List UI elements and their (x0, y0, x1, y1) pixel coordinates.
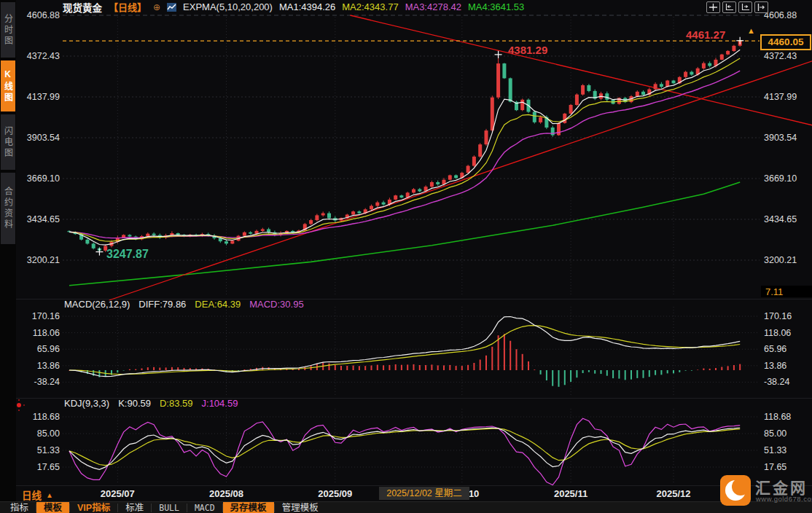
svg-text:4137.99: 4137.99 (764, 92, 797, 102)
ma3-value: MA3:4278.42 (405, 1, 461, 12)
kdj-j-value: J:104.59 (202, 398, 238, 409)
add-overlay-icon[interactable]: ⊕ (153, 2, 160, 12)
svg-text:3434.65: 3434.65 (764, 214, 797, 224)
low-price-label: 3247.87 (106, 248, 149, 261)
ma4-value: MA4:3641.53 (468, 1, 524, 12)
indicator-name[interactable]: EXPMA(5,10,20,200) (183, 1, 273, 12)
period-selector[interactable]: 日线 ▲ (22, 487, 53, 502)
svg-text:4606.88: 4606.88 (764, 10, 797, 20)
tab-vip-indicators[interactable]: VIP指标 (70, 502, 117, 513)
kdj-layer (69, 418, 740, 485)
crosshair-date-tooltip: 2025/12/02 星期二 (379, 487, 469, 500)
tab-save-template[interactable]: 另存模板 (223, 502, 274, 513)
candlestick-layer (68, 41, 742, 252)
svg-text:118.06: 118.06 (33, 328, 60, 338)
svg-text:85.00: 85.00 (764, 428, 786, 439)
svg-text:51.33: 51.33 (37, 445, 60, 455)
svg-text:2025/11: 2025/11 (554, 488, 587, 499)
svg-text:17.65: 17.65 (37, 462, 60, 472)
tab-macd[interactable]: MACD (187, 502, 222, 513)
svg-text:170.16: 170.16 (764, 311, 792, 321)
tab-standard[interactable]: 标准 (118, 502, 151, 513)
last-price-box: 4460.05 (760, 34, 811, 50)
ema-layer (69, 50, 740, 245)
axis-zoom-out-icon[interactable] (722, 1, 736, 13)
tab-indicators[interactable]: 指标 (3, 502, 36, 513)
svg-text:2025/09: 2025/09 (318, 488, 352, 499)
period-selector-label: 日线 (22, 487, 42, 502)
sidebar-item-timeshare[interactable]: 分时图 (1, 2, 15, 58)
chart-header: 现货黄金 【日线】 ⊕ EXPMA(5,10,20,200) MA1:4394.… (63, 0, 524, 14)
svg-text:-38.24: -38.24 (34, 377, 60, 387)
kdj-panel-header: KDJ(9,3,3) K:90.59 D:83.59 J:104.59 (64, 398, 238, 409)
svg-text:4372.43: 4372.43 (27, 51, 60, 61)
svg-text:85.00: 85.00 (37, 428, 60, 439)
ma1-value: MA1:4394.26 (279, 1, 335, 12)
svg-text:3903.54: 3903.54 (764, 133, 797, 143)
svg-text:118.06: 118.06 (764, 328, 791, 338)
bottom-toolbar: 指标 模板 VIP指标 标准 BULL MACD 另存模板 管理模板 (0, 501, 812, 513)
svg-text:2025/08: 2025/08 (209, 488, 243, 499)
new-high-arrow-icon: ▲ (747, 26, 755, 35)
macd-dea-value: DEA:64.39 (195, 299, 241, 310)
svg-text:2025/07: 2025/07 (101, 488, 135, 499)
tab-manage-templates[interactable]: 管理模板 (275, 502, 326, 513)
period-tag[interactable]: 【日线】 (109, 0, 147, 14)
svg-text:3903.54: 3903.54 (27, 133, 60, 143)
session-high-label: 4461.27 (686, 28, 725, 41)
macd-diff-value: DIFF:79.86 (138, 299, 186, 310)
macd-last-badge: 7.11 (761, 286, 812, 297)
tab-bull[interactable]: BULL (152, 502, 187, 513)
svg-text:17.65: 17.65 (764, 462, 786, 472)
crosshair-move-icon[interactable] (706, 1, 720, 13)
macd-panel-header: MACD(26,12,9) DIFF:79.86 DEA:64.39 MACD:… (64, 299, 304, 310)
macd-title[interactable]: MACD(26,12,9) (64, 299, 130, 310)
site-logo-icon[interactable] (720, 475, 751, 506)
svg-text:3200.21: 3200.21 (764, 255, 797, 265)
svg-text:3669.10: 3669.10 (27, 173, 60, 184)
site-logo-url: www.gold678.com (756, 495, 812, 503)
symbol-title: 现货黄金 (63, 0, 102, 15)
svg-text:-38.24: -38.24 (764, 377, 789, 387)
pan-right-icon[interactable] (754, 1, 768, 13)
chevron-up-icon: ▲ (46, 491, 53, 499)
sidebar-item-contract-info[interactable]: 合约资料 (1, 173, 15, 244)
svg-text:65.96: 65.96 (37, 344, 60, 354)
macd-layer (69, 317, 741, 387)
svg-text:65.96: 65.96 (764, 344, 786, 354)
svg-text:51.33: 51.33 (764, 445, 786, 455)
tab-templates[interactable]: 模板 (36, 502, 69, 513)
extreme-markers (95, 37, 743, 256)
sidebar-item-kline[interactable]: K线图 (1, 60, 15, 111)
kdj-k-value: K:90.59 (118, 398, 151, 409)
mini-chart-icon[interactable] (167, 3, 176, 12)
svg-text:170.16: 170.16 (32, 311, 60, 321)
svg-text:2025/12: 2025/12 (657, 488, 691, 499)
svg-text:3434.65: 3434.65 (27, 214, 60, 224)
kdj-d-value: D:83.59 (160, 398, 193, 409)
svg-text:4606.88: 4606.88 (27, 10, 60, 20)
svg-text:13.86: 13.86 (764, 361, 786, 371)
svg-text:3669.10: 3669.10 (764, 173, 797, 184)
svg-text:4372.43: 4372.43 (764, 51, 797, 61)
svg-text:13.86: 13.86 (37, 361, 60, 371)
macd-bar-value: MACD:30.95 (249, 299, 303, 310)
ma2-value: MA2:4343.77 (342, 1, 398, 12)
left-sidebar: 分时图 K线图 闪电图 合约资料 (0, 0, 16, 513)
peak-price-label: 4381.29 (508, 44, 547, 56)
svg-text:3200.21: 3200.21 (27, 255, 60, 265)
kdj-title[interactable]: KDJ(9,3,3) (64, 398, 109, 409)
sidebar-item-lightning[interactable]: 闪电图 (1, 114, 15, 170)
svg-text:4137.99: 4137.99 (27, 92, 60, 102)
svg-text:118.68: 118.68 (764, 412, 791, 422)
overlay-lines-layer (69, 15, 812, 300)
app-window: 4606.884606.884372.434372.434137.994137.… (0, 0, 812, 513)
chart-toolbar (706, 1, 768, 13)
axis-zoom-in-icon[interactable] (738, 1, 752, 13)
svg-text:118.68: 118.68 (33, 412, 60, 422)
